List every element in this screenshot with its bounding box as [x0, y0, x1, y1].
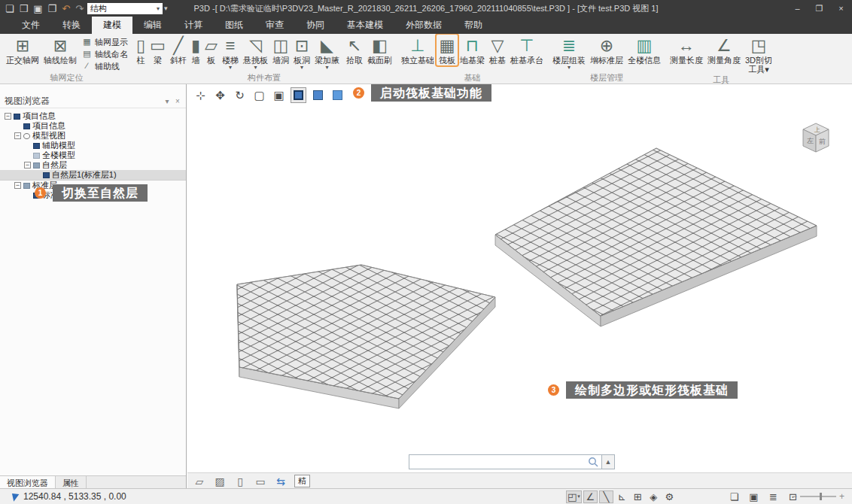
glyph: ✥	[215, 89, 225, 102]
tree-node-6[interactable]: 自然层1(标准层1)	[0, 170, 186, 181]
menu-tab-0[interactable]: 文件	[11, 17, 51, 34]
measure-length-button[interactable]: ↔测量长度	[668, 35, 705, 65]
ortho-mode-icon[interactable]: ╲	[599, 490, 613, 503]
wall-button[interactable]: ▮墙	[189, 35, 202, 65]
wireframe-cube-icon[interactable]: ▢	[251, 87, 267, 103]
shaded-cube-icon[interactable]	[310, 87, 326, 103]
column-button[interactable]: ▯柱	[134, 35, 148, 65]
menu-tab-1[interactable]: 转换	[51, 17, 92, 34]
pan-icon[interactable]: ✥	[212, 87, 228, 103]
command-bar: ▲	[409, 454, 615, 469]
menu-tab-5[interactable]: 图纸	[214, 17, 254, 34]
close-icon[interactable]: ×	[830, 0, 852, 17]
building-info-button[interactable]: ▥全楼信息	[625, 35, 663, 65]
floor-assembly-button[interactable]: ≣楼层组装▾	[550, 35, 588, 71]
brace-button[interactable]: ╱斜杆	[168, 35, 189, 65]
add-standard-floor-button[interactable]: ⊕增标准层	[588, 35, 625, 65]
viewport-3d[interactable]: ⊹✥↻▢▣» 上 左 前 ▲ ▱▨▯▭⇆ 精	[187, 84, 852, 489]
menu-tab-4[interactable]: 计算	[173, 17, 214, 34]
axis-name-button[interactable]: ▤轴线命名	[82, 48, 128, 59]
zoom-out-button[interactable]: −	[792, 491, 797, 502]
command-input[interactable]	[409, 454, 601, 469]
zoom-slider-track[interactable]	[800, 496, 836, 497]
foundation-beam-button[interactable]: ⊓地基梁	[458, 35, 487, 65]
orthogonal-grid-button[interactable]: ⊞正交轴网	[4, 35, 41, 65]
solid-cube-icon[interactable]	[330, 87, 345, 103]
panel-dropdown-icon[interactable]: ▾	[162, 97, 172, 105]
zoom-extents-icon[interactable]: ⊹	[193, 87, 208, 103]
beam-button[interactable]: ▭梁	[148, 35, 168, 65]
slab-toggle-icon[interactable]: ▱	[193, 475, 206, 487]
expander-icon[interactable]: −	[5, 113, 11, 120]
zoom-slider-handle[interactable]	[820, 493, 822, 500]
save-icon[interactable]: ▣	[33, 4, 42, 14]
dimension-toggle-icon[interactable]: ⇆	[274, 475, 288, 487]
polar-tracking-icon[interactable]: ∠	[583, 490, 598, 503]
cantilever-slab-button[interactable]: ◹悬挑板▾	[241, 35, 270, 71]
auxiliary-line-button[interactable]: ∕辅助线	[82, 60, 128, 71]
tree-node-2[interactable]: −模型视图	[0, 131, 186, 141]
single-window-icon[interactable]: ▣	[747, 490, 761, 503]
save-all-icon[interactable]: ❐	[48, 4, 57, 14]
menu-tab-10[interactable]: 帮助	[453, 17, 494, 34]
restore-icon[interactable]: ❐	[808, 0, 830, 17]
axis-draw-button[interactable]: ⊠轴线绘制	[41, 35, 79, 65]
measure-angle-button[interactable]: ∠测量角度	[705, 35, 743, 65]
grid-snap-icon[interactable]: ⊞	[631, 490, 645, 503]
orbit-icon[interactable]: ↻	[232, 87, 248, 103]
stairs-button[interactable]: ≡楼梯▾	[220, 35, 241, 71]
open-file-icon[interactable]: ❒	[20, 4, 29, 14]
menu-tab-9[interactable]: 外部数据	[394, 17, 453, 34]
tile-windows-icon[interactable]: ≣	[766, 490, 780, 503]
wall-opening-button[interactable]: ◫墙洞	[270, 35, 291, 65]
isolated-footing-button[interactable]: ⊥独立基础	[399, 35, 437, 65]
zoom-in-button[interactable]: +	[839, 491, 844, 502]
beam-toggle-icon[interactable]: ▨	[213, 475, 227, 487]
undo-icon[interactable]: ↶	[62, 4, 70, 14]
section-brush-button[interactable]: ◧截面刷	[365, 35, 394, 65]
view-navigate-icon[interactable]: ◈	[647, 490, 661, 503]
slab-opening-button[interactable]: ⊡板洞▾	[291, 35, 312, 71]
menu-tab-6[interactable]: 审查	[254, 17, 295, 34]
object-snap-icon[interactable]: ◰▾	[566, 490, 582, 503]
settings-gear-icon[interactable]: ⚙	[662, 490, 677, 503]
callout-2: 2 启动筏板基础功能	[353, 84, 491, 102]
tree-node-1[interactable]: 项目信息	[0, 121, 186, 131]
pick-button[interactable]: ↖拾取	[344, 35, 365, 65]
ribbon-button-label-2: 工具▾	[748, 65, 769, 74]
menu-tab-7[interactable]: 协同	[295, 17, 336, 34]
tab-properties[interactable]: 属性	[56, 476, 87, 489]
column-toggle-icon[interactable]: ▯	[233, 475, 247, 487]
slab-button[interactable]: ▱板	[202, 35, 220, 65]
precise-draw-button[interactable]: 精	[294, 475, 310, 487]
tab-view-browser[interactable]: 视图浏览器	[0, 476, 56, 489]
wall-toggle-icon[interactable]: ▭	[254, 475, 267, 487]
hidden-line-cube-icon[interactable]: ▣	[271, 87, 287, 103]
tree-node-0[interactable]: −项目信息	[0, 111, 186, 121]
pile-cap-button[interactable]: ⊤桩基承台	[508, 35, 546, 65]
menu-tab-8[interactable]: 基本建模	[336, 17, 394, 34]
menu-tab-3[interactable]: 编辑	[132, 17, 173, 34]
tree-node-4[interactable]: 全楼模型	[0, 150, 186, 160]
glyph: ↻	[235, 89, 245, 102]
expander-icon[interactable]: −	[24, 162, 31, 169]
beam-haunch-button[interactable]: ◣梁加腋▾	[312, 35, 342, 71]
minimize-icon[interactable]: –	[787, 0, 808, 17]
panel-close-icon[interactable]: ×	[172, 97, 183, 105]
shaded-edges-cube-icon[interactable]	[291, 87, 306, 103]
perpendicular-snap-icon[interactable]: ⊾	[615, 490, 629, 503]
expander-icon[interactable]: −	[14, 132, 21, 139]
view-cube[interactable]: 上 左 前	[797, 120, 835, 157]
redo-icon[interactable]: ↷	[75, 4, 84, 14]
grid-display-button[interactable]: ▦轴网显示	[82, 36, 128, 47]
command-history-button[interactable]: ▲	[601, 454, 615, 469]
expander-icon[interactable]: −	[14, 182, 21, 189]
ribbon-button-label: 墙洞	[272, 56, 289, 65]
pile-button[interactable]: ▽桩基	[487, 35, 508, 65]
tree-node-3[interactable]: 辅助模型	[0, 141, 186, 150]
3d-section-button[interactable]: ◳3D剖切工具▾	[743, 35, 774, 74]
new-view-window-icon[interactable]: ❏	[727, 490, 741, 503]
raft-slab-button[interactable]: ▦筏板	[437, 35, 458, 65]
menu-tab-2[interactable]: 建模	[92, 17, 132, 34]
new-file-icon[interactable]: ❏	[5, 4, 14, 14]
